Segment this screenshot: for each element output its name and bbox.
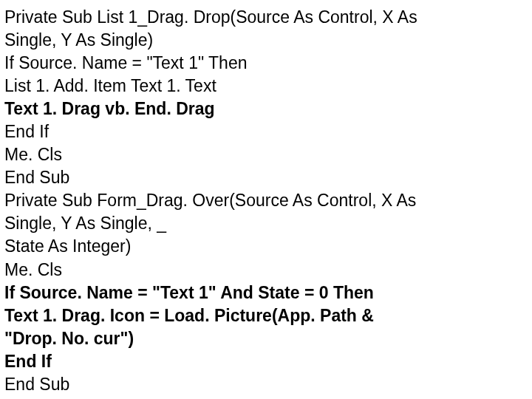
code-line: State As Integer) <box>4 235 528 258</box>
code-line: Private Sub List 1_Drag. Drop(Source As … <box>4 6 528 29</box>
code-line: Single, Y As Single) <box>4 29 528 52</box>
code-line: Private Sub Form_Drag. Over(Source As Co… <box>4 189 528 212</box>
code-line: Me. Cls <box>4 259 528 282</box>
code-line: Single, Y As Single, _ <box>4 212 528 235</box>
code-line: If Source. Name = "Text 1" Then <box>4 52 528 75</box>
code-line: Text 1. Drag. Icon = Load. Picture(App. … <box>4 304 528 327</box>
code-line: If Source. Name = "Text 1" And State = 0… <box>4 282 528 304</box>
code-line: End Sub <box>4 166 528 189</box>
code-line: End Sub <box>4 373 528 396</box>
code-line: End If <box>4 350 528 373</box>
code-line: List 1. Add. Item Text 1. Text <box>4 75 528 98</box>
code-line: Text 1. Drag vb. End. Drag <box>4 98 528 120</box>
code-line: "Drop. No. cur") <box>4 327 528 350</box>
code-line: Me. Cls <box>4 143 528 166</box>
code-line: End If <box>4 120 528 143</box>
